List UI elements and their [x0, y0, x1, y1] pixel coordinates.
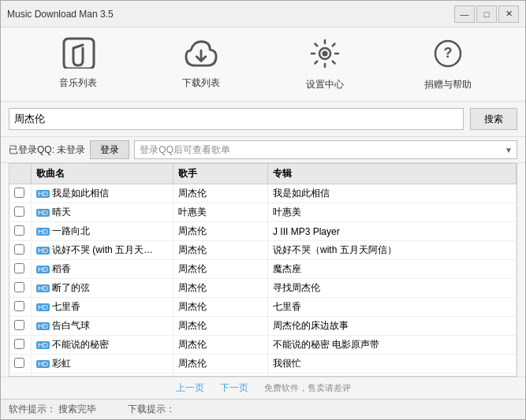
close-button[interactable]: ✕ — [498, 6, 519, 23]
hd-badge: HD — [36, 322, 50, 330]
row-song: HD我是如此相信 — [32, 184, 173, 203]
row-artist: 周杰伦 — [173, 374, 268, 376]
row-song: HD告白气球 — [32, 317, 173, 335]
row-song: HD不能说的秘密 — [32, 336, 173, 354]
login-status-value: 未登录 — [57, 144, 85, 155]
table-header: 歌曲名 歌手 专辑 — [9, 164, 517, 184]
toolbar-music-list[interactable]: 音乐列表 — [54, 37, 102, 91]
table-row[interactable]: HD我是如此相信 周杰伦 我是如此相信 — [9, 184, 517, 203]
row-artist: 周杰伦 — [173, 317, 268, 335]
col-header-album: 专辑 — [268, 164, 517, 184]
row-artist: 叶惠美 — [173, 203, 268, 221]
pagination-bar: 上一页 下一页 免费软件，售卖请差评 — [1, 377, 525, 399]
download-list-label: 下载列表 — [182, 76, 220, 90]
row-checkbox[interactable] — [14, 206, 24, 217]
row-artist: 周杰伦 — [173, 184, 268, 203]
free-notice: 免费软件，售卖请差评 — [264, 382, 351, 394]
hd-badge: HD — [36, 209, 50, 217]
toolbar: 音乐列表 下载列表 设置中心 — [1, 28, 525, 102]
row-song: HD彩虹 — [32, 355, 173, 373]
toolbar-settings[interactable]: 设置中心 — [301, 37, 349, 91]
hd-badge: HD — [36, 266, 50, 273]
hd-badge: HD — [36, 341, 50, 349]
hd-badge: HD — [36, 247, 50, 255]
row-song: HD稻香 — [32, 260, 173, 278]
minimize-button[interactable]: — — [454, 6, 475, 23]
row-checkbox[interactable] — [14, 320, 24, 330]
song-table: 歌曲名 歌手 专辑 HD我是如此相信 周杰伦 我是如此相信 HD晴天 叶惠美 叶… — [9, 163, 517, 377]
hd-badge: HD — [36, 190, 50, 198]
donate-label: 捐赠与帮助 — [424, 78, 472, 91]
row-checkbox-cell — [9, 223, 32, 240]
app-title: Music Download Man 3.5 — [7, 9, 454, 20]
maximize-button[interactable]: □ — [476, 6, 497, 23]
search-input[interactable] — [9, 108, 464, 130]
music-list-icon — [59, 37, 97, 73]
toolbar-donate[interactable]: ? 捐赠与帮助 — [424, 37, 472, 91]
login-hint-select[interactable]: 登录QQ后可查看歌单 — [134, 140, 517, 159]
table-row[interactable]: HD断了的弦 周杰伦 寻找周杰伦 — [9, 279, 517, 298]
table-row[interactable]: HD稻香 周杰伦 魔杰座 — [9, 260, 517, 279]
row-checkbox[interactable] — [14, 188, 24, 198]
login-hint-wrap: 登录QQ后可查看歌单 ▼ — [134, 140, 517, 159]
music-list-label: 音乐列表 — [59, 76, 97, 90]
table-row[interactable]: HD告白气球 周杰伦 周杰伦的床边故事 — [9, 317, 517, 336]
donate-icon: ? — [429, 37, 467, 75]
hd-badge: HD — [36, 284, 50, 292]
login-status-label: 已登录QQ: 未登录 — [9, 143, 85, 157]
row-song: HD断了的弦 — [32, 279, 173, 297]
row-album: 寻找周杰伦 — [268, 279, 517, 297]
row-song: HD青花瓷 — [32, 374, 173, 376]
row-artist: 周杰伦 — [173, 298, 268, 316]
table-row[interactable]: HD青花瓷 周杰伦 我很忙 — [9, 374, 517, 376]
search-button[interactable]: 搜索 — [470, 108, 517, 130]
row-artist: 周杰伦 — [173, 336, 268, 354]
row-album: 我很忙 — [268, 355, 517, 373]
row-song: HD七里香 — [32, 298, 173, 316]
table-row[interactable]: HD一路向北 周杰伦 J III MP3 Player — [9, 222, 517, 241]
table-row[interactable]: HD彩虹 周杰伦 我很忙 — [9, 355, 517, 374]
title-bar: Music Download Man 3.5 — □ ✕ — [1, 1, 525, 28]
hd-badge: HD — [36, 360, 50, 368]
row-album: 魔杰座 — [268, 260, 517, 278]
row-album: 说好不哭（with 五月天阿信） — [268, 241, 517, 259]
row-checkbox[interactable] — [14, 358, 24, 368]
settings-label: 设置中心 — [306, 78, 344, 91]
col-header-check — [9, 164, 32, 184]
table-row[interactable]: HD不能说的秘密 周杰伦 不能说的秘密 电影原声带 — [9, 336, 517, 355]
row-album: 七里香 — [268, 298, 517, 316]
next-page-button[interactable]: 下一页 — [220, 381, 248, 395]
row-album: 我很忙 — [268, 374, 517, 376]
svg-point-1 — [322, 51, 327, 57]
window-controls: — □ ✕ — [454, 6, 519, 23]
svg-text:?: ? — [443, 45, 452, 61]
login-bar: 已登录QQ: 未登录 登录 登录QQ后可查看歌单 ▼ — [1, 137, 525, 163]
row-artist: 周杰伦 — [173, 241, 268, 259]
table-row[interactable]: HD晴天 叶惠美 叶惠美 — [9, 203, 517, 222]
row-checkbox-cell — [9, 355, 32, 373]
search-bar: 搜索 — [1, 102, 525, 137]
row-checkbox[interactable] — [14, 282, 24, 292]
row-album: 周杰伦的床边故事 — [268, 317, 517, 335]
settings-icon — [306, 37, 344, 75]
toolbar-download-list[interactable]: 下载列表 — [177, 37, 225, 91]
table-row[interactable]: HD七里香 周杰伦 七里香 — [9, 298, 517, 317]
row-checkbox[interactable] — [14, 244, 24, 255]
table-row[interactable]: HD说好不哭 (with 五月天… 周杰伦 说好不哭（with 五月天阿信） — [9, 241, 517, 260]
row-checkbox[interactable] — [14, 339, 24, 349]
row-checkbox-cell — [9, 185, 32, 203]
row-checkbox[interactable] — [14, 225, 24, 236]
row-song: HD一路向北 — [32, 222, 173, 240]
login-button[interactable]: 登录 — [90, 140, 129, 159]
table-body: HD我是如此相信 周杰伦 我是如此相信 HD晴天 叶惠美 叶惠美 HD一路向北 … — [9, 184, 517, 376]
row-checkbox[interactable] — [14, 263, 24, 273]
row-artist: 周杰伦 — [173, 222, 268, 240]
row-checkbox-cell — [9, 336, 32, 354]
row-checkbox-cell — [9, 242, 32, 259]
prev-page-button[interactable]: 上一页 — [176, 381, 204, 395]
app-window: Music Download Man 3.5 — □ ✕ 音乐列表 — [0, 0, 526, 420]
download-tip: 下载提示： — [128, 403, 175, 416]
row-album: 不能说的秘密 电影原声带 — [268, 336, 517, 354]
row-checkbox[interactable] — [14, 301, 24, 311]
software-tip: 软件提示： 搜索完毕 — [9, 403, 96, 416]
